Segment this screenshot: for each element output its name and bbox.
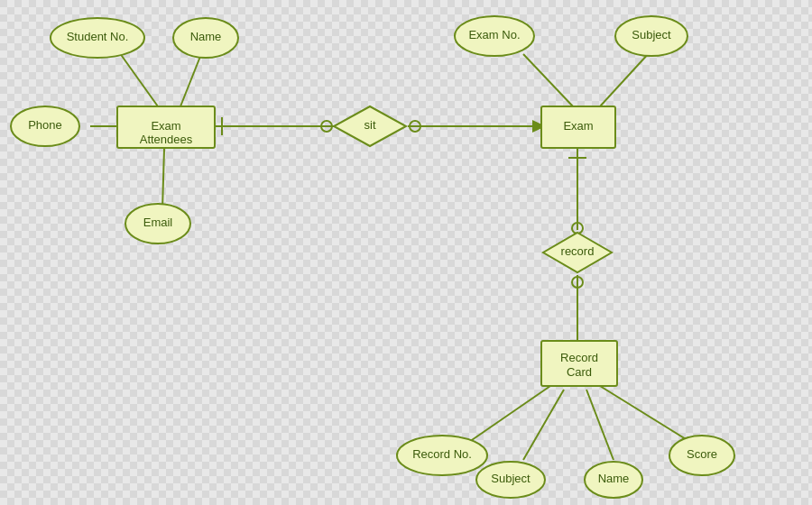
relationship-sit-label: sit — [364, 118, 376, 132]
attribute-name-rc-label: Name — [598, 472, 630, 485]
attribute-subject-exam-label: Subject — [632, 28, 671, 41]
er-diagram: Exam Attendees Exam Record Card sit reco… — [0, 0, 812, 505]
entity-exam-attendees-label2: Attendees — [140, 133, 193, 146]
attribute-email-label: Email — [143, 216, 173, 229]
svg-rect-7 — [0, 0, 812, 505]
entity-record-card-label2: Card — [567, 365, 592, 379]
attribute-record-no-label: Record No. — [412, 447, 472, 461]
attribute-phone-label: Phone — [28, 118, 62, 132]
attribute-score-label: Score — [687, 447, 717, 461]
attribute-student-no-label: Student No. — [67, 30, 129, 43]
attribute-name-attendees-label: Name — [190, 30, 222, 43]
attribute-exam-no-label: Exam No. — [468, 28, 520, 41]
relationship-record-label: record — [561, 244, 595, 258]
entity-exam-label: Exam — [563, 119, 593, 133]
entity-exam-attendees-label: Exam — [151, 119, 180, 133]
entity-record-card-label: Record — [560, 351, 598, 364]
attribute-subject-rc-label: Subject — [491, 472, 531, 485]
